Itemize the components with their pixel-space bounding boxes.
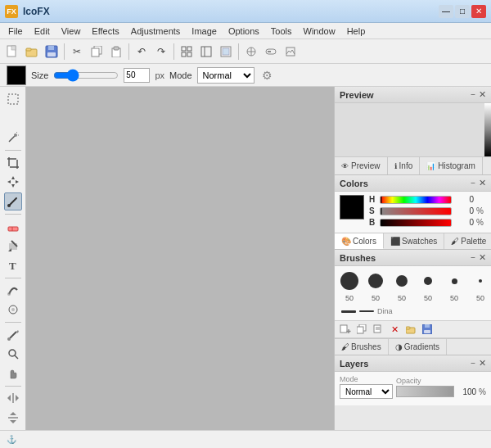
tab-histogram[interactable]: 📊 Histogram <box>420 157 483 174</box>
tool-eyedropper[interactable] <box>4 326 22 344</box>
b-slider[interactable] <box>380 219 452 227</box>
tool-flip-h[interactable] <box>4 390 22 408</box>
brushes-copy[interactable] <box>354 323 369 336</box>
tab-info[interactable]: ℹ Info <box>388 157 421 174</box>
view2-button[interactable] <box>197 43 215 61</box>
new-button[interactable] <box>3 43 21 61</box>
tool-smudge[interactable] <box>4 282 22 300</box>
menu-file[interactable]: File <box>3 25 28 38</box>
main-color-swatch[interactable] <box>340 195 364 219</box>
brush-item-4[interactable]: 50 <box>417 269 439 302</box>
brushes-delete[interactable]: ✕ <box>387 323 402 336</box>
menu-image[interactable]: Image <box>187 25 222 38</box>
brushes-collapse[interactable]: − <box>471 253 475 262</box>
tool-blur[interactable] <box>4 301 22 319</box>
h-slider[interactable] <box>380 196 452 204</box>
menu-tools[interactable]: Tools <box>266 25 297 38</box>
size-slider[interactable] <box>53 70 119 81</box>
svg-marker-56 <box>7 395 11 401</box>
brushes-new[interactable] <box>338 323 353 336</box>
layers-mode-label: Mode <box>340 375 393 383</box>
undo-button[interactable]: ↶ <box>133 43 151 61</box>
brush-item-3[interactable]: 50 <box>390 269 413 302</box>
layers-panel-header[interactable]: Layers − ✕ <box>335 355 491 372</box>
preview-panel-header[interactable]: Preview − ✕ <box>335 87 491 103</box>
brush-item-6[interactable]: 50 <box>469 269 491 302</box>
tab-preview[interactable]: 👁 Preview <box>335 157 388 174</box>
redo-button[interactable]: ↷ <box>152 43 170 61</box>
menu-help[interactable]: Help <box>342 25 371 38</box>
tab-gradients[interactable]: ◑ Gradients <box>389 339 447 355</box>
size-input[interactable]: 50 <box>124 68 150 83</box>
gradients-tab-icon: ◑ <box>395 342 403 351</box>
layers-mode-select[interactable]: Normal Multiply Screen Overlay <box>340 384 393 399</box>
options-extra[interactable]: ⚙ <box>259 67 276 84</box>
save-button[interactable] <box>43 43 61 61</box>
layers-close[interactable]: ✕ <box>479 358 486 369</box>
tool-eraser[interactable] <box>4 218 22 236</box>
brushes-panel-header[interactable]: Brushes − ✕ <box>335 250 491 266</box>
menu-view[interactable]: View <box>56 25 86 38</box>
layers-header-controls: − ✕ <box>471 358 486 369</box>
tool-crop[interactable] <box>4 154 22 172</box>
layers-collapse[interactable]: − <box>471 359 475 368</box>
menu-effects[interactable]: Effects <box>87 25 124 38</box>
menu-edit[interactable]: Edit <box>29 25 55 38</box>
preview-content <box>335 103 491 156</box>
menu-options[interactable]: Options <box>223 25 264 38</box>
tool-lasso[interactable] <box>4 110 22 128</box>
mode-select[interactable]: Normal Dissolve Multiply Screen Overlay <box>197 67 255 84</box>
cut-button[interactable]: ✂ <box>68 43 86 61</box>
preview-collapse[interactable]: − <box>471 90 475 99</box>
tool-text[interactable]: T <box>4 256 22 274</box>
brush-label-2: 50 <box>372 294 380 302</box>
brush-item-2[interactable]: 50 <box>364 269 387 302</box>
brushes-edit[interactable] <box>371 323 385 336</box>
tab-colors[interactable]: 🎨 Colors <box>335 233 384 249</box>
tab-swatches[interactable]: ⬛ Swatches <box>384 233 444 249</box>
colors-close[interactable]: ✕ <box>479 178 486 188</box>
tool-brush[interactable] <box>4 192 22 210</box>
tab-preview-label: Preview <box>351 161 381 170</box>
brush-label-1: 50 <box>345 294 354 302</box>
brush-item-5[interactable]: 50 <box>443 269 466 302</box>
tool5-button[interactable] <box>242 43 260 61</box>
brushes-save[interactable] <box>420 323 435 336</box>
view3-button[interactable] <box>217 43 235 61</box>
tool-wand[interactable] <box>4 129 22 147</box>
close-button[interactable]: ✕ <box>471 5 486 18</box>
tool-hand[interactable] <box>4 364 22 382</box>
canvas[interactable] <box>26 87 334 430</box>
grid-button[interactable] <box>178 43 196 61</box>
preview-close[interactable]: ✕ <box>479 89 486 100</box>
paste-button[interactable] <box>107 43 125 61</box>
tool6-button[interactable] <box>262 43 280 61</box>
tab-brushes[interactable]: 🖌 Brushes <box>335 339 389 355</box>
s-slider[interactable] <box>380 207 452 215</box>
tool-flip-v[interactable] <box>4 409 22 427</box>
svg-line-54 <box>15 355 18 359</box>
brushes-open[interactable] <box>403 323 418 336</box>
maximize-button[interactable]: □ <box>455 5 470 18</box>
tool-fill[interactable] <box>4 237 22 255</box>
layers-opacity-slider[interactable] <box>396 386 454 397</box>
tool7-button[interactable] <box>282 43 300 61</box>
minimize-button[interactable]: — <box>439 5 453 18</box>
foreground-color[interactable] <box>7 66 26 85</box>
brush-item-1[interactable]: 50 <box>338 269 361 302</box>
colors-panel-header[interactable]: Colors − ✕ <box>335 175 491 192</box>
brush-size-hint: Dina <box>377 307 393 315</box>
copy-button[interactable] <box>88 43 106 61</box>
open-button[interactable] <box>23 43 41 61</box>
tool-move[interactable] <box>4 173 22 191</box>
tool-zoom[interactable] <box>4 345 22 363</box>
brush-sub-row: Dina <box>338 305 488 317</box>
menu-window[interactable]: Window <box>299 25 340 38</box>
brushes-close[interactable]: ✕ <box>479 252 486 263</box>
colors-collapse[interactable]: − <box>471 179 475 188</box>
menu-adjustments[interactable]: Adjustments <box>126 25 186 38</box>
s-slider-row: S 0 % <box>369 206 486 215</box>
tab-palette[interactable]: 🖌 Palette <box>444 233 491 249</box>
tool-marquee[interactable] <box>4 90 22 108</box>
h-slider-row: H 0 <box>369 195 486 204</box>
